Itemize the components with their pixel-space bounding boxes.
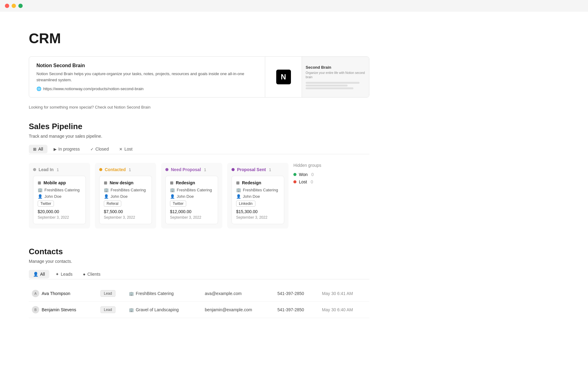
card-person-text: John Doe — [44, 194, 62, 199]
contacts-tab-all-icon: 👤 — [33, 272, 38, 277]
tab-all-icon: ⊞ — [33, 147, 36, 151]
card-title-text: Mobile app — [43, 180, 66, 185]
promo-card-image: N Second Brain Organize your entire life… — [265, 57, 369, 97]
contacts-tab-clients-icon: ● — [83, 272, 85, 277]
sales-pipeline-desc: Track and manage your sales pipeline. — [29, 134, 369, 139]
need-proposal-dot — [165, 168, 168, 171]
card-flag-icon-4: ⊞ — [236, 181, 239, 185]
contact-avatar-ava: A — [32, 290, 39, 297]
promo-link-text: https://www.notionway.com/products/notio… — [43, 86, 144, 91]
contacts-tab-all-label: All — [40, 272, 45, 277]
maximize-button[interactable] — [18, 4, 23, 8]
close-button[interactable] — [5, 4, 9, 8]
pipeline-column-contacted: Contacted 1 ⊞ New design 🏢 FreshBites Ca… — [95, 163, 156, 228]
card-company-new-design: 🏢 FreshBites Catering — [104, 188, 147, 192]
contact-company-text-benjamin: Gravel of Landscaping — [136, 307, 179, 312]
contacts-table: A Ava Thompson Lead 🏢 FreshBites Caterin… — [29, 286, 369, 318]
card-person-redesign-ps: 👤 John Doe — [236, 194, 280, 199]
promo-bar-2 — [306, 85, 348, 86]
tab-all[interactable]: ⊞ All — [29, 145, 47, 153]
pipeline-card-new-design[interactable]: ⊞ New design 🏢 FreshBites Catering 👤 Joh… — [99, 176, 152, 224]
card-company-text-4: FreshBites Catering — [243, 188, 278, 192]
promo-card-link[interactable]: 🌐 https://www.notionway.com/products/not… — [36, 86, 258, 91]
page-title: CRM — [29, 30, 369, 47]
contact-avatar-benjamin: B — [32, 306, 39, 313]
building-icon-4: 🏢 — [236, 188, 241, 192]
contacts-tabs: 👤 All ✦ Leads ● Clients — [29, 270, 369, 279]
pipeline-board: Lead In 1 ⊞ Mobile app 🏢 FreshBites Cate… — [29, 163, 369, 228]
building-icon-ava: 🏢 — [129, 291, 134, 296]
tab-closed-label: Closed — [96, 147, 109, 151]
tab-lost-icon: ✕ — [119, 147, 123, 151]
tab-in-progress[interactable]: ▶ In progress — [49, 145, 84, 153]
lead-in-title: Lead In — [39, 167, 54, 172]
tab-all-label: All — [38, 147, 43, 151]
contact-row-ava[interactable]: A Ava Thompson Lead 🏢 FreshBites Caterin… — [29, 286, 369, 302]
promo-card-desc: Notion Second Brain helps you capture-or… — [36, 71, 258, 83]
contact-phone-benjamin: 541-397-2850 — [274, 302, 319, 318]
contact-row-benjamin[interactable]: B Benjamin Stevens Lead 🏢 Gravel of Land… — [29, 302, 369, 318]
hidden-group-lost: Lost 0 — [293, 179, 349, 184]
contact-name-ava: A Ava Thompson — [32, 290, 94, 297]
person-icon-3: 👤 — [170, 194, 175, 199]
contacts-tab-clients-label: Clients — [87, 272, 100, 277]
hidden-groups-title: Hidden groups — [293, 163, 349, 168]
card-date-redesign-np: September 3, 2022 — [170, 215, 213, 220]
contact-company-benjamin: 🏢 Gravel of Landscaping — [129, 307, 198, 312]
contacts-tab-all[interactable]: 👤 All — [29, 270, 49, 278]
won-label: Won — [299, 172, 308, 177]
proposal-sent-title: Proposal Sent — [237, 167, 266, 172]
promo-preview: Second Brain Organize your entire life w… — [302, 61, 369, 93]
person-icon-2: 👤 — [104, 194, 109, 199]
column-header-proposal-sent: Proposal Sent 1 — [232, 167, 284, 172]
pipeline-card-mobile-app[interactable]: ⊞ Mobile app 🏢 FreshBites Catering 👤 Joh… — [33, 176, 86, 224]
pipeline-column-lead-in: Lead In 1 ⊞ Mobile app 🏢 FreshBites Cate… — [29, 163, 90, 228]
pipeline-column-need-proposal: Need Proposal 1 ⊞ Redesign 🏢 FreshBites … — [161, 163, 222, 228]
contact-date-benjamin: May 30 6:40 AM — [319, 302, 369, 318]
building-icon-2: 🏢 — [104, 188, 109, 192]
card-person-text-4: John Doe — [243, 194, 260, 199]
tab-lost[interactable]: ✕ Lost — [115, 145, 137, 153]
contact-company-text-ava: FreshBites Catering — [136, 291, 174, 296]
building-icon-benjamin: 🏢 — [129, 308, 134, 312]
promo-card: Notion Second Brain Notion Second Brain … — [29, 56, 369, 98]
contacts-tab-leads[interactable]: ✦ Leads — [51, 270, 77, 278]
contacts-tab-clients[interactable]: ● Clients — [79, 270, 105, 278]
card-amount-mobile-app: $20,000.00 — [38, 209, 81, 214]
card-company-redesign-np: 🏢 FreshBites Catering — [170, 188, 213, 192]
contacted-count: 1 — [129, 167, 131, 172]
sales-pipeline-title: Sales Pipeline — [29, 122, 369, 131]
card-date-new-design: September 3, 2022 — [104, 215, 147, 220]
building-icon-3: 🏢 — [170, 188, 175, 192]
lost-label: Lost — [299, 179, 307, 184]
card-source-badge-mobile-app: Twitter — [38, 201, 54, 207]
proposal-sent-count: 1 — [269, 167, 271, 172]
card-flag-icon-3: ⊞ — [170, 181, 173, 185]
card-company-text-3: FreshBites Catering — [177, 188, 212, 192]
pipeline-card-redesign-ps[interactable]: ⊞ Redesign 🏢 FreshBites Catering 👤 John … — [232, 176, 284, 224]
person-icon-4: 👤 — [236, 194, 241, 199]
promo-bar-3 — [306, 87, 353, 89]
contact-email-ava: ava@example.com — [202, 286, 274, 302]
column-header-contacted: Contacted 1 — [99, 167, 152, 172]
card-source-badge-redesign-ps: Linkedin — [236, 201, 255, 207]
card-amount-new-design: $7,500.00 — [104, 209, 147, 214]
contact-email-benjamin: benjamin@example.com — [202, 302, 274, 318]
notion-icon: N — [276, 70, 291, 84]
tab-closed[interactable]: ✓ Closed — [86, 145, 113, 153]
column-header-need-proposal: Need Proposal 1 — [165, 167, 218, 172]
minimize-button[interactable] — [12, 4, 16, 8]
card-company-text-2: FreshBites Catering — [111, 188, 146, 192]
promo-preview-title: Second Brain — [306, 65, 365, 70]
tab-in-progress-label: In progress — [58, 147, 80, 151]
card-source-badge-redesign-np: Twitter — [170, 201, 186, 207]
card-title-text-2: New design — [110, 180, 134, 185]
need-proposal-title: Need Proposal — [171, 167, 201, 172]
contact-name-text-ava: Ava Thompson — [42, 291, 70, 296]
globe-icon: 🌐 — [36, 86, 41, 91]
card-amount-redesign-ps: $15,300.00 — [236, 209, 280, 214]
contact-name-benjamin: B Benjamin Stevens — [32, 306, 94, 313]
sales-pipeline-section: Sales Pipeline Track and manage your sal… — [29, 122, 369, 228]
pipeline-card-redesign-np[interactable]: ⊞ Redesign 🏢 FreshBites Catering 👤 John … — [165, 176, 218, 224]
card-source-badge-new-design: Referal — [104, 201, 121, 207]
